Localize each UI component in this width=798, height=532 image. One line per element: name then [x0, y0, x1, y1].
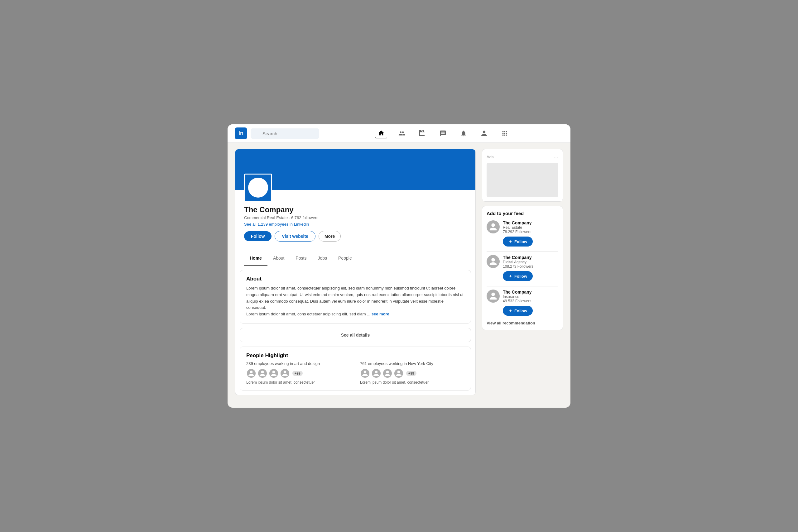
feed-sub-2: Digital Agency	[503, 260, 558, 264]
ads-label: Ads	[487, 155, 493, 159]
ads-header: Ads ···	[487, 154, 558, 160]
browser-window: in 🔍	[228, 125, 570, 407]
company-employees-link[interactable]: See all 1.239 employees in Linkedin	[244, 222, 467, 227]
avatar	[394, 368, 404, 378]
feed-item-top-2: The Company Digital Agency 108.273 Follo…	[487, 255, 558, 269]
avatar	[246, 368, 256, 378]
ads-card: Ads ···	[482, 149, 563, 202]
ads-image-placeholder	[487, 163, 558, 197]
right-sidebar: Ads ··· Add to your feed The Company	[482, 149, 563, 330]
follow-button[interactable]: Follow	[244, 231, 271, 241]
feed-followers-3: 49.532 Followers	[503, 299, 558, 303]
feed-sub-1: Real Estate	[503, 225, 558, 230]
feed-followers-2: 108.273 Followers	[503, 264, 558, 269]
divider-1	[487, 251, 558, 252]
feed-followers-1: 78.292 Followers	[503, 230, 558, 234]
tabs: Home About Posts Jobs People	[235, 251, 475, 266]
feed-follow-button-1[interactable]: ＋ Follow	[503, 236, 533, 247]
feed-info-1: The Company Real Estate 78.292 Followers	[503, 220, 558, 234]
about-card: About Lorem ipsum dolor sit amet, consec…	[240, 270, 471, 323]
nav-notifications-icon[interactable]	[458, 129, 470, 138]
avatars-row-2: +99	[360, 368, 464, 378]
main-content: The Company Commercial Real Estate · 6.7…	[228, 143, 570, 395]
avatar	[371, 368, 381, 378]
people-col1-label: 239 employees working in art and design	[246, 361, 351, 366]
nav-center	[323, 128, 563, 138]
nav-jobs-icon[interactable]	[416, 129, 428, 138]
nav-messages-icon[interactable]	[437, 129, 449, 138]
feed-item-2: The Company Digital Agency 108.273 Follo…	[487, 255, 558, 281]
avatar	[280, 368, 290, 378]
avatar	[360, 368, 370, 378]
plus-icon-2: ＋	[508, 273, 512, 279]
tab-jobs[interactable]: Jobs	[312, 251, 333, 266]
avatar	[258, 368, 267, 378]
divider-2	[487, 286, 558, 286]
feed-name-2: The Company	[503, 255, 558, 260]
people-col-2: 761 employees working in New York City	[360, 361, 464, 385]
feed-avatar-3	[487, 289, 500, 303]
feed-item-3: The Company Insurance 49.532 Followers ＋…	[487, 289, 558, 316]
tab-home[interactable]: Home	[244, 251, 267, 266]
feed-card: Add to your feed The Company Real Estate…	[482, 206, 563, 330]
nav-home-icon[interactable]	[375, 128, 387, 138]
feed-info-2: The Company Digital Agency 108.273 Follo…	[503, 255, 558, 269]
avatar-count-1: +99	[292, 371, 303, 376]
avatar	[269, 368, 279, 378]
visit-website-button[interactable]: Visit website	[274, 231, 316, 242]
feed-item-top-1: The Company Real Estate 78.292 Followers	[487, 220, 558, 234]
company-logo-inner	[248, 178, 268, 197]
company-profile: The Company Commercial Real Estate · 6.7…	[235, 149, 476, 395]
people-col2-label: 761 employees working in New York City	[360, 361, 464, 366]
feed-follow-button-2[interactable]: ＋ Follow	[503, 271, 533, 281]
company-logo-wrap	[244, 174, 272, 202]
nav-people-icon[interactable]	[396, 129, 408, 138]
see-all-details-button[interactable]: See all details	[240, 328, 471, 342]
feed-item-top-3: The Company Insurance 49.532 Followers	[487, 289, 558, 303]
tab-posts[interactable]: Posts	[290, 251, 312, 266]
tab-about[interactable]: About	[267, 251, 290, 266]
people-desc-1: Lorem ipsum dolor sit amet, consectetuer	[246, 380, 351, 385]
nav-profile-icon[interactable]	[478, 129, 490, 138]
search-wrapper: 🔍	[251, 128, 319, 139]
people-highlight-title: People Highlight	[246, 353, 464, 359]
cover-photo	[235, 149, 475, 190]
people-grid: 239 employees working in art and design	[246, 361, 464, 385]
feed-avatar-1	[487, 220, 500, 233]
people-desc-2: Lorem ipsum dolor sit amet, consectetuer	[360, 380, 464, 385]
feed-sub-3: Insurance	[503, 294, 558, 299]
plus-icon-1: ＋	[508, 239, 512, 244]
nav-grid-icon[interactable]	[499, 129, 511, 138]
linkedin-logo: in	[235, 128, 247, 139]
feed-title: Add to your feed	[487, 211, 558, 216]
navbar: in 🔍	[228, 125, 570, 143]
view-all-recommendations[interactable]: View all recommendation	[487, 321, 558, 325]
tab-people[interactable]: People	[332, 251, 358, 266]
avatars-row-1: +99	[246, 368, 351, 378]
ads-more-icon[interactable]: ···	[554, 154, 558, 160]
feed-name-1: The Company	[503, 220, 558, 225]
more-button[interactable]: More	[319, 231, 341, 242]
see-more-link[interactable]: see more	[372, 312, 390, 316]
about-title: About	[246, 276, 464, 282]
company-category: Commercial Real Estate · 6.762 followers	[244, 215, 467, 220]
action-buttons: Follow Visit website More	[244, 231, 467, 242]
avatar	[382, 368, 393, 378]
feed-avatar-2	[487, 255, 500, 268]
feed-item-1: The Company Real Estate 78.292 Followers…	[487, 220, 558, 247]
feed-name-3: The Company	[503, 289, 558, 294]
avatar-count-2: +99	[406, 371, 416, 376]
people-col-1: 239 employees working in art and design	[246, 361, 351, 385]
company-name: The Company	[244, 205, 467, 214]
plus-icon-3: ＋	[508, 308, 512, 314]
feed-follow-button-3[interactable]: ＋ Follow	[503, 306, 533, 316]
about-text: Lorem ipsum dolor sit amet, consectetuer…	[246, 285, 464, 318]
feed-info-3: The Company Insurance 49.532 Followers	[503, 289, 558, 303]
people-highlight: People Highlight 239 employees working i…	[240, 346, 471, 391]
search-input[interactable]	[251, 128, 319, 139]
